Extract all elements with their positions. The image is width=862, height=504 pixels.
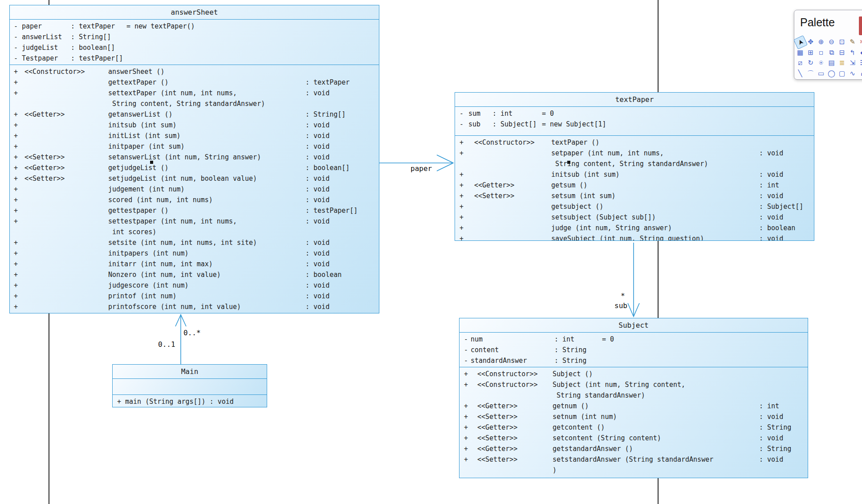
polygon-icon[interactable]: ⌂ (858, 69, 862, 78)
zoom-out-icon[interactable]: ⊖ (827, 37, 837, 47)
pan-hand-icon[interactable]: ✥ (806, 37, 816, 47)
rounded-rect-icon[interactable]: ▢ (837, 69, 847, 78)
diamond-icon[interactable]: ◆ (858, 48, 862, 57)
association-main-answersheet-label: 0..* (183, 329, 201, 337)
node-link-icon[interactable]: ⧄ (795, 58, 805, 68)
association-sub-label: sub (614, 301, 627, 310)
palette-red-tab[interactable] (859, 16, 862, 35)
cut-scissors-icon[interactable]: ✂ (858, 37, 862, 47)
pin-icon[interactable]: ⍟ (816, 58, 826, 68)
palette-panel: Palette ➤✥⊕⊖⊡✎✂▦⊞▫⧉⊟↰◆⧄↻⍟▤≣⇲☰╲⌒▭◯▢∿⌂ (794, 10, 862, 80)
zoom-selection-icon[interactable]: ⊡ (837, 37, 847, 47)
arc-icon[interactable]: ⌒ (806, 69, 816, 78)
tree-structure-icon[interactable]: ⧉ (827, 48, 837, 57)
palette-title: Palette (800, 16, 835, 29)
connectors-layer (0, 0, 862, 504)
line-icon[interactable]: ╲ (795, 69, 805, 78)
association-main-answersheet-label: 0..1 (158, 340, 175, 349)
port-icon[interactable]: ▫ (816, 48, 826, 57)
ellipse-icon[interactable]: ◯ (827, 69, 837, 78)
connection-anchor-dot (567, 161, 570, 164)
stack-icon[interactable]: ☰ (858, 58, 862, 68)
table-icon[interactable]: ▦ (795, 48, 805, 57)
edit-pointer-icon[interactable]: ✎ (848, 37, 858, 47)
association-sub-label: * (621, 292, 625, 301)
document-icon[interactable]: ▤ (827, 58, 837, 68)
circle-arrow-icon[interactable]: ↻ (806, 58, 816, 68)
class-box-icon[interactable]: ⊞ (806, 48, 816, 57)
diagram-canvas: answerSheet-paper: textPaper= new textPa… (0, 0, 862, 504)
connection-anchor-dot (150, 161, 153, 164)
back-arrow-icon[interactable]: ↰ (848, 48, 858, 57)
polyline-icon[interactable]: ∿ (848, 69, 858, 78)
rectangle-icon[interactable]: ▭ (816, 69, 826, 78)
zoom-in-icon[interactable]: ⊕ (816, 37, 826, 47)
diagonal-arrow-icon[interactable]: ⇲ (848, 58, 858, 68)
association-paper-label: paper (409, 164, 433, 174)
linked-boxes-icon[interactable]: ⊟ (837, 48, 847, 57)
document-lines-icon[interactable]: ≣ (837, 58, 847, 68)
